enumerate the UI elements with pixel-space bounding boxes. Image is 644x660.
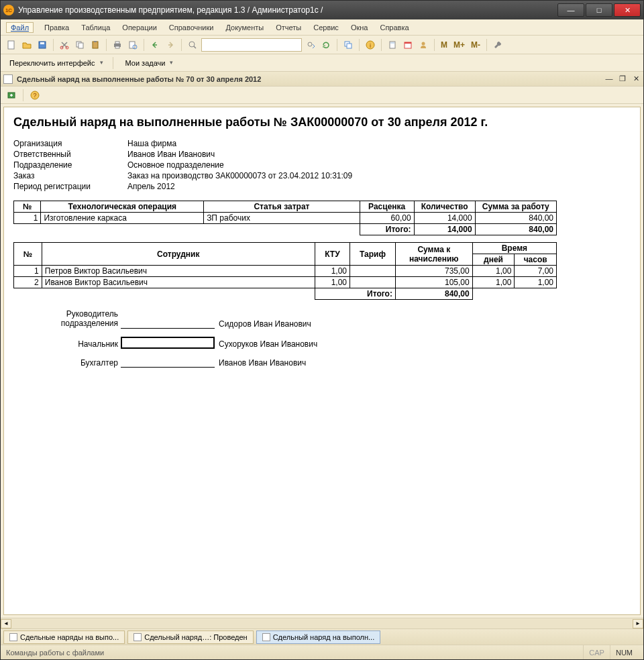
t2-h-hours: часов	[515, 254, 557, 266]
switch-interface-button[interactable]: Переключить интерфейс	[5, 57, 105, 69]
sign-line	[121, 318, 215, 329]
cap-indicator: CAP	[583, 645, 610, 659]
info-icon[interactable]: i	[364, 38, 377, 52]
sign-acc-label: Бухгалтер	[13, 358, 121, 368]
search-input[interactable]	[201, 38, 302, 52]
tab-doc[interactable]: Сдельный наряд…: Проведен	[127, 630, 253, 644]
menu-reports[interactable]: Отчеты	[274, 22, 303, 33]
window-title: Управление производственным предприятием…	[18, 5, 557, 15]
report-heading: Сдельный наряд на выполненные работы № З…	[13, 115, 631, 129]
t2-h-tarif: Тариф	[350, 243, 396, 266]
menu-file[interactable]: Файл	[6, 22, 34, 33]
report-meta: ОрганизацияНаша фирма ОтветственныйИвано…	[13, 139, 631, 191]
svg-rect-7	[93, 42, 98, 48]
meta-period-value: Апрель 2012	[127, 182, 175, 191]
print-preview-icon[interactable]	[126, 38, 140, 52]
print-icon[interactable]	[111, 38, 124, 52]
t1-h-qty: Количество	[414, 201, 475, 213]
scroll-track[interactable]	[11, 619, 633, 628]
titlebar: 1C Управление производственным предприят…	[1, 1, 643, 19]
meta-dept-value: Основное подразделение	[127, 160, 224, 170]
menu-documents[interactable]: Документы	[224, 22, 265, 33]
calc-icon[interactable]	[386, 38, 399, 52]
menu-help[interactable]: Справка	[378, 22, 410, 33]
tools-icon[interactable]	[491, 38, 504, 52]
meta-resp-value: Иванов Иван Иванович	[127, 150, 215, 159]
windows-icon[interactable]	[341, 38, 355, 52]
open-icon[interactable]	[20, 38, 34, 52]
svg-text:i: i	[370, 42, 371, 49]
main-toolbar: i M M+ M-	[1, 36, 643, 54]
table-row: 2 Иванов Виктор Васильевич 1,00 105,00 1…	[14, 277, 557, 288]
scroll-right-icon[interactable]: ►	[633, 619, 643, 628]
document-icon	[133, 633, 142, 641]
svg-point-24	[422, 42, 425, 45]
sign-head-label: Руководитель подразделения	[13, 309, 121, 329]
num-indicator: NUM	[610, 645, 638, 659]
sign-chief-name: Сухоруков Иван Иванович	[219, 339, 317, 349]
undo-icon[interactable]	[148, 38, 162, 52]
t2-h-time: Время	[472, 243, 556, 254]
menubar: Файл Правка Таблица Операции Справочники…	[1, 19, 643, 36]
t1-h-cost: Статья затрат	[204, 201, 360, 213]
svg-point-15	[308, 42, 312, 46]
document-title: Сдельный наряд на выполненные работы № 7…	[17, 75, 604, 83]
calendar-icon[interactable]	[401, 38, 415, 52]
main-window: 1C Управление производственным предприят…	[0, 0, 644, 660]
sign-line	[121, 337, 215, 349]
svg-rect-0	[8, 41, 14, 49]
svg-rect-23	[405, 42, 411, 44]
t1-h-rate: Расценка	[360, 201, 414, 213]
help-icon[interactable]: ?	[28, 89, 42, 102]
t2-h-sum: Сумма к начислению	[395, 243, 472, 266]
memory-mminus[interactable]: M-	[469, 40, 482, 50]
close-button[interactable]: ✕	[614, 3, 641, 17]
tab-report[interactable]: Сдельный наряд на выполн...	[256, 630, 381, 644]
sign-chief-label: Начальник	[13, 339, 121, 349]
search-next-icon[interactable]	[304, 38, 317, 52]
new-icon[interactable]	[5, 38, 18, 52]
t2-h-days: дней	[472, 254, 515, 266]
document-icon	[262, 633, 270, 641]
doc-close-button[interactable]: ✕	[631, 74, 641, 83]
menu-table[interactable]: Таблица	[80, 22, 111, 33]
secondary-toolbar: Переключить интерфейс Мои задачи	[1, 54, 643, 72]
memory-mplus[interactable]: M+	[451, 40, 467, 50]
t2-h-ktu: КТУ	[315, 243, 350, 266]
cut-icon[interactable]	[58, 38, 71, 52]
report-content[interactable]: Сдельный наряд на выполненные работы № З…	[3, 107, 641, 615]
tab-list[interactable]: Сдельные наряды на выпо...	[3, 630, 125, 644]
export-icon[interactable]	[5, 89, 18, 102]
menu-edit[interactable]: Правка	[43, 22, 70, 33]
scroll-left-icon[interactable]: ◄	[1, 619, 11, 628]
memory-m[interactable]: M	[439, 40, 449, 50]
document-toolbar: ?	[1, 87, 643, 104]
copy-icon[interactable]	[73, 38, 87, 52]
menu-references[interactable]: Справочники	[168, 22, 215, 33]
menu-windows[interactable]: Окна	[350, 22, 370, 33]
menu-operations[interactable]: Операции	[121, 22, 158, 33]
maximize-button[interactable]: □	[586, 3, 612, 17]
t1-h-num: №	[14, 201, 41, 213]
minimize-button[interactable]: —	[557, 3, 584, 17]
save-icon[interactable]	[36, 38, 49, 52]
redo-icon[interactable]	[164, 38, 177, 52]
search-icon[interactable]	[186, 38, 199, 52]
horizontal-scrollbar[interactable]: ◄ ►	[1, 618, 643, 628]
paste-icon[interactable]	[89, 38, 102, 52]
user-icon[interactable]	[417, 38, 430, 52]
doc-restore-button[interactable]: ❐	[618, 74, 627, 83]
meta-resp-label: Ответственный	[13, 150, 127, 159]
document-icon	[9, 633, 17, 641]
my-tasks-button[interactable]: Мои задачи	[121, 57, 176, 69]
t1-total-row: Итого: 14,000 840,00	[14, 224, 557, 235]
refresh-icon[interactable]	[319, 38, 333, 52]
t2-h-emp: Сотрудник	[42, 243, 315, 266]
document-icon	[3, 74, 13, 84]
svg-rect-11	[115, 46, 119, 48]
signatures-block: Руководитель подразделения Сидоров Иван …	[13, 309, 631, 368]
doc-minimize-button[interactable]: —	[604, 74, 614, 83]
svg-rect-17	[347, 44, 352, 48]
menu-service[interactable]: Сервис	[312, 22, 340, 33]
document-titlebar: Сдельный наряд на выполненные работы № 7…	[1, 72, 643, 87]
